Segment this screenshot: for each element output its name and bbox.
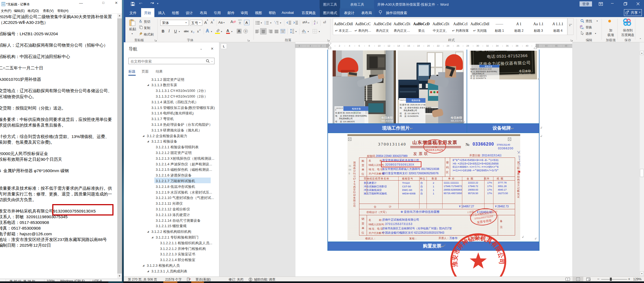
- svg-text:发票专用章: 发票专用章: [477, 219, 492, 224]
- svg-text:3: 3: [265, 23, 265, 25]
- svg-text:国家税务总局监制: 国家税务总局监制: [426, 149, 443, 151]
- svg-text:山 东: 山 东: [432, 146, 437, 148]
- svg-text:全国统一发票监制章: 全国统一发票监制章: [424, 143, 446, 145]
- svg-text:✗: ✗: [189, 278, 191, 280]
- svg-text:i: i: [276, 23, 276, 25]
